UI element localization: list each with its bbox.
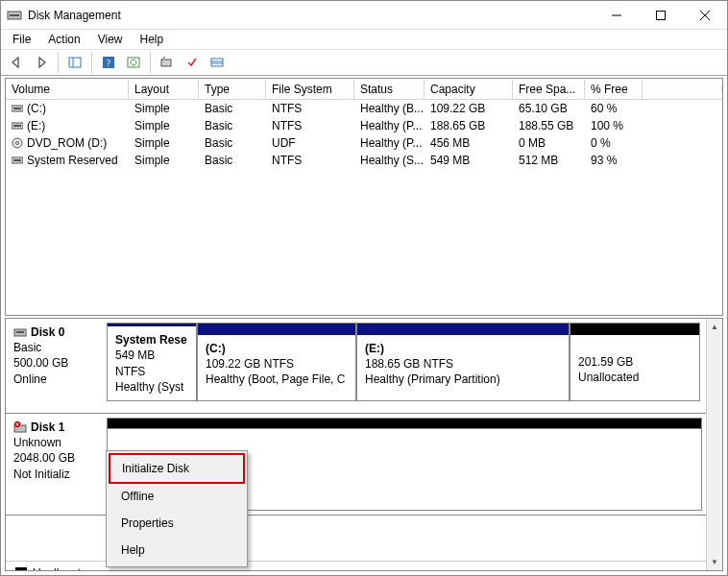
minimize-button[interactable] [595, 1, 639, 30]
volume-status: Healthy (B... [354, 101, 425, 116]
show-hide-button[interactable] [63, 52, 86, 73]
svg-rect-1 [10, 14, 19, 16]
col-extra[interactable] [643, 86, 722, 92]
maximize-button[interactable] [639, 1, 683, 30]
vertical-scrollbar[interactable]: ▲ ▼ [706, 319, 722, 570]
volume-free: 65.10 GB [513, 101, 585, 116]
partition-header [198, 324, 355, 335]
drive-icon [12, 103, 23, 114]
partition-status: Unallocated [578, 370, 692, 385]
disk0-block[interactable]: Disk 0 Basic 500.00 GB Online System Res… [6, 319, 706, 413]
volume-layout: Simple [129, 135, 199, 151]
menu-help[interactable]: Help [133, 31, 172, 48]
disk0-type: Basic [13, 340, 99, 355]
volume-list: Volume Layout Type File System Status Ca… [5, 78, 723, 316]
partition[interactable]: (E:)188.65 GB NTFSHealthy (Primary Parti… [356, 323, 570, 401]
toolbar-separator [150, 52, 151, 73]
refresh-button[interactable] [122, 52, 145, 73]
volume-header-row: Volume Layout Type File System Status Ca… [6, 79, 722, 100]
disk0-size: 500.00 GB [13, 355, 99, 371]
disk0-title: Disk 0 [31, 324, 64, 340]
volume-pct: 93 % [585, 153, 643, 168]
partition-status: Healthy (Primary Partition) [365, 372, 561, 387]
menu-action[interactable]: Action [40, 31, 87, 48]
close-button[interactable] [683, 1, 727, 30]
toolbar-separator [91, 52, 92, 73]
volume-pct: 60 % [585, 101, 643, 116]
col-capacity[interactable]: Capacity [425, 80, 513, 99]
scroll-down-icon[interactable]: ▼ [707, 554, 722, 570]
volume-row[interactable]: System ReservedSimpleBasicNTFSHealthy (S… [6, 152, 722, 169]
back-button[interactable] [5, 52, 28, 73]
disk0-info: Disk 0 Basic 500.00 GB Online [6, 319, 107, 413]
settings-button[interactable] [156, 52, 179, 73]
check-button[interactable] [181, 52, 204, 73]
disk0-state: Online [13, 372, 99, 387]
scroll-up-icon[interactable]: ▲ [707, 319, 722, 335]
help-button[interactable]: ? [97, 52, 120, 73]
volume-fs: NTFS [266, 101, 354, 116]
volume-name: (E:) [27, 119, 45, 132]
scroll-track[interactable] [707, 335, 722, 554]
window-buttons [595, 1, 727, 30]
dvd-icon [12, 137, 23, 149]
partition[interactable]: 201.59 GBUnallocated [570, 323, 700, 401]
volume-layout: Simple [129, 101, 199, 116]
app-icon [7, 8, 22, 23]
volume-free: 188.55 GB [513, 118, 585, 133]
partition-name: System Rese [115, 332, 188, 348]
col-pct-free[interactable]: % Free [585, 80, 643, 99]
legend-unallocated-swatch [15, 567, 27, 571]
volume-row[interactable]: (C:)SimpleBasicNTFSHealthy (B...109.22 G… [6, 100, 722, 117]
volume-name: (C:) [27, 102, 46, 115]
volume-pct: 100 % [585, 118, 643, 133]
volume-capacity: 549 MB [425, 153, 513, 168]
volume-status: Healthy (P... [354, 135, 425, 151]
partition-size: 109.22 GB NTFS [206, 356, 348, 372]
partition[interactable]: System Rese549 MB NTFSHealthy (Syst [107, 323, 197, 401]
partition-size: 549 MB NTFS [115, 348, 188, 378]
drive-icon [12, 155, 23, 166]
svg-rect-13 [211, 59, 223, 66]
svg-rect-25 [16, 331, 24, 333]
col-status[interactable]: Status [354, 80, 425, 99]
partition[interactable]: (C:)109.22 GB NTFSHealthy (Boot, Page Fi… [197, 323, 356, 401]
volume-layout: Simple [129, 118, 199, 133]
volume-fs: NTFS [266, 118, 354, 133]
partition-status: Healthy (Syst [115, 379, 188, 395]
col-filesystem[interactable]: File System [266, 80, 354, 99]
titlebar: Disk Management [1, 1, 727, 30]
volume-free: 512 MB [513, 153, 585, 168]
menu-file[interactable]: File [5, 31, 38, 48]
partition-header [357, 324, 569, 335]
col-free[interactable]: Free Spa... [513, 80, 585, 99]
disk-warning-icon [13, 420, 27, 434]
col-type[interactable]: Type [199, 80, 266, 99]
window-title: Disk Management [28, 9, 595, 22]
forward-button[interactable] [30, 52, 53, 73]
disk1-type: Unknown [13, 435, 99, 450]
volume-fs: NTFS [266, 153, 354, 168]
ctx-properties[interactable]: Properties [109, 510, 244, 537]
svg-rect-6 [69, 58, 81, 67]
menu-view[interactable]: View [90, 31, 131, 48]
volume-free: 0 MB [513, 135, 585, 151]
ctx-help[interactable]: Help [109, 537, 244, 564]
list-button[interactable] [206, 52, 229, 73]
volume-row[interactable]: (E:)SimpleBasicNTFSHealthy (P...188.65 G… [6, 117, 722, 134]
disk0-layout: System Rese549 MB NTFSHealthy (Syst(C:)1… [107, 319, 706, 413]
ctx-initialize-disk[interactable]: Initialize Disk [109, 453, 245, 484]
volume-pct: 0 % [585, 135, 643, 151]
svg-rect-23 [13, 159, 21, 161]
disk-management-window: Disk Management File Action View Help [0, 0, 728, 576]
col-volume[interactable]: Volume [6, 80, 129, 99]
volume-row[interactable]: DVD_ROM (D:)SimpleBasicUDFHealthy (P...4… [6, 134, 722, 152]
volume-type: Basic [199, 101, 266, 116]
ctx-offline[interactable]: Offline [109, 483, 244, 510]
disk1-size: 2048.00 GB [13, 450, 99, 466]
context-menu: Initialize Disk Offline Properties Help [106, 450, 248, 567]
partition-size: 201.59 GB [578, 354, 692, 370]
menubar: File Action View Help [1, 30, 727, 49]
col-layout[interactable]: Layout [129, 80, 199, 99]
partition-size: 188.65 GB NTFS [365, 356, 561, 372]
